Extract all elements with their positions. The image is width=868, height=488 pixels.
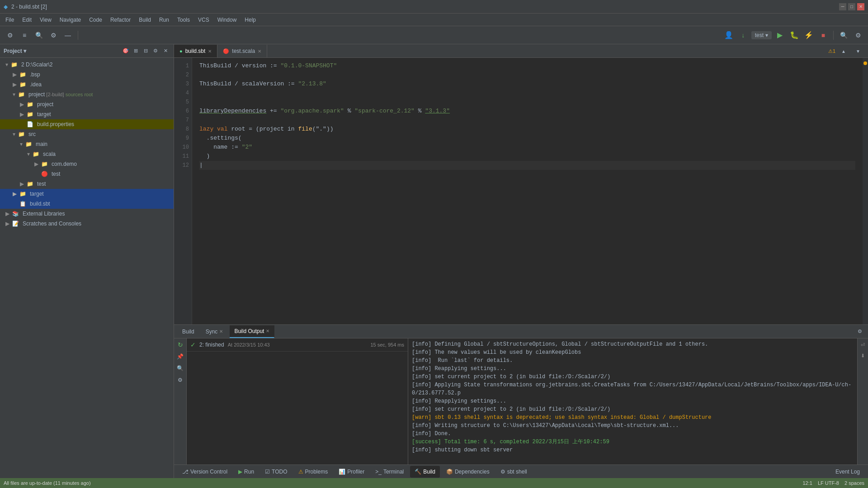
tree-item-scratches[interactable]: ▶ 📝 Scratches and Consoles bbox=[0, 219, 174, 229]
tool-tab-sbt-shell[interactable]: ⚙ sbt shell bbox=[496, 466, 532, 478]
tree-item-idea[interactable]: ▶ 📁 .idea bbox=[0, 80, 174, 89]
settings-btn[interactable]: ⚙ bbox=[176, 375, 185, 385]
tree-item-root[interactable]: ▾ 📁 2 D:\Scalar\2 bbox=[0, 60, 174, 70]
maximize-button[interactable]: □ bbox=[848, 3, 855, 10]
folder-icon: 📁 bbox=[18, 91, 25, 98]
settings-btn[interactable]: ⚙ bbox=[47, 29, 60, 42]
soft-wrap-btn[interactable]: ⏎ bbox=[859, 340, 868, 349]
sync-settings-btn[interactable]: ≡ bbox=[18, 29, 31, 42]
tool-tab-version-control[interactable]: ⎇ Version Control bbox=[178, 466, 232, 478]
tool-tab-build[interactable]: 🔨 Build bbox=[410, 466, 440, 478]
vcs-update-btn[interactable]: ↓ bbox=[737, 29, 750, 42]
settings-btn2[interactable]: ⚙ bbox=[852, 29, 864, 42]
tree-item-com-demo[interactable]: ▶ 📁 com.demo bbox=[0, 159, 174, 169]
close-button[interactable]: ✕ bbox=[857, 3, 864, 10]
user-btn[interactable]: 👤 bbox=[722, 29, 735, 42]
tool-tab-run[interactable]: ▶ Run bbox=[234, 466, 259, 478]
tree-item-project-target[interactable]: ▶ 📁 target bbox=[0, 109, 174, 119]
tree-item-label: test bbox=[37, 181, 46, 187]
bottom-panel-content: ↻ 📌 🔍 ⚙ ✓ 2: finished At 2022/3/15 10:43… bbox=[174, 338, 868, 465]
menu-run[interactable]: Run bbox=[156, 15, 173, 25]
tab-build-output-panel[interactable]: Build Output ✕ bbox=[230, 325, 274, 338]
hide-panels-btn[interactable]: — bbox=[61, 29, 74, 42]
debug-button[interactable]: 🐛 bbox=[788, 29, 801, 42]
tree-item-target[interactable]: ▶ 📁 target bbox=[0, 189, 174, 199]
tool-tab-todo[interactable]: ☑ TODO bbox=[260, 466, 292, 478]
tool-tab-dependencies[interactable]: 📦 Dependencies bbox=[442, 466, 494, 478]
scroll-down-btn[interactable]: ▼ bbox=[852, 45, 864, 57]
tab-close-test-scala[interactable]: ✕ bbox=[258, 49, 261, 54]
tab-close-build-sbt[interactable]: ✕ bbox=[208, 49, 212, 54]
menu-navigate[interactable]: Navigate bbox=[56, 15, 85, 25]
search-everywhere-btn[interactable]: 🔍 bbox=[33, 29, 45, 42]
tree-item-src[interactable]: ▾ 📁 src bbox=[0, 129, 174, 139]
tree-item-bsp[interactable]: ▶ 📁 .bsp bbox=[0, 70, 174, 80]
tree-item-build-sbt[interactable]: ▶ 📋 build.sbt bbox=[0, 199, 174, 209]
expand-icon: ▶ bbox=[20, 111, 24, 117]
tree-item-scala[interactable]: ▾ 📁 scala bbox=[0, 149, 174, 159]
tree-item-main[interactable]: ▾ 📁 main bbox=[0, 139, 174, 149]
menu-edit[interactable]: Edit bbox=[19, 15, 35, 25]
tool-tab-event-log[interactable]: Event Log bbox=[831, 466, 864, 478]
filter-btn[interactable]: 🔍 bbox=[176, 364, 185, 373]
project-structure-btn[interactable]: ⚙ bbox=[4, 29, 16, 42]
tab-test-scala[interactable]: 🔴 test.scala ✕ bbox=[217, 45, 267, 57]
status-files-info[interactable]: All files are up-to-date (11 minutes ago… bbox=[4, 480, 91, 486]
folder-icon: 📁 bbox=[18, 131, 25, 137]
sidebar-settings[interactable]: ⚙ bbox=[151, 47, 160, 56]
code-line-12[interactable]: | bbox=[199, 161, 855, 170]
sync-tab-close[interactable]: ✕ bbox=[219, 329, 223, 334]
code-content[interactable]: ThisBuild / version := "0.1.0-SNAPSHOT" … bbox=[192, 58, 863, 324]
code-editor[interactable]: 1 2 3 4 5 6 7 8 9 10 11 12 ThisBuild / v… bbox=[174, 58, 868, 324]
restart-build-btn[interactable]: ↻ bbox=[176, 340, 185, 349]
settings-build-panel[interactable]: ⚙ bbox=[855, 327, 864, 336]
toolbar-separator-2 bbox=[833, 31, 834, 40]
status-position[interactable]: 12:1 bbox=[802, 480, 812, 486]
log-line-5: [info] set current project to 2 (in buil… bbox=[412, 373, 854, 381]
tool-tab-terminal[interactable]: >_ Terminal bbox=[371, 466, 408, 478]
sidebar-expand-all[interactable]: ⊞ bbox=[131, 47, 140, 56]
tree-item-build-properties[interactable]: ▶ 📄 build.properties bbox=[0, 119, 174, 129]
tab-sync-panel[interactable]: Sync ✕ bbox=[201, 325, 228, 338]
stop-button[interactable]: ■ bbox=[817, 29, 830, 42]
menu-view[interactable]: View bbox=[36, 15, 55, 25]
menu-window[interactable]: Window bbox=[214, 15, 241, 25]
run-button[interactable]: ▶ bbox=[774, 29, 786, 42]
status-indent[interactable]: 2 spaces bbox=[844, 480, 864, 486]
scroll-up-btn[interactable]: ▲ bbox=[837, 45, 850, 57]
tree-item-project-sub[interactable]: ▶ 📁 project bbox=[0, 99, 174, 109]
scroll-end-btn[interactable]: ⬇ bbox=[859, 351, 868, 360]
menu-tools[interactable]: Tools bbox=[174, 15, 193, 25]
tool-tab-label: Version Control bbox=[190, 469, 227, 475]
tree-item-project-build[interactable]: ▾ 📁 project [2-build] sources root bbox=[0, 89, 174, 99]
search-btn[interactable]: 🔍 bbox=[837, 29, 850, 42]
menu-refactor[interactable]: Refactor bbox=[107, 15, 134, 25]
menu-file[interactable]: File bbox=[2, 15, 18, 25]
tree-item-test-file[interactable]: ▶ 🔴 test bbox=[0, 169, 174, 179]
sidebar-scroll-from-source[interactable]: 🎯 bbox=[121, 47, 130, 56]
coverage-button[interactable]: ⚡ bbox=[802, 29, 815, 42]
menu-build[interactable]: Build bbox=[135, 15, 155, 25]
sidebar-collapse-all[interactable]: ⊟ bbox=[141, 47, 150, 56]
tool-tab-problems[interactable]: ⚠ Problems bbox=[294, 466, 333, 478]
tool-tab-profiler[interactable]: 📊 Profiler bbox=[334, 466, 369, 478]
tree-item-external-libs[interactable]: ▶ 📚 External Libraries bbox=[0, 209, 174, 219]
expand-icon: ▶ bbox=[13, 191, 17, 197]
menu-help[interactable]: Help bbox=[241, 15, 259, 25]
status-encoding[interactable]: LF UTF-8 bbox=[818, 480, 839, 486]
build-output-tab-close[interactable]: ✕ bbox=[266, 328, 269, 333]
tree-item-test-folder[interactable]: ▶ 📁 test bbox=[0, 179, 174, 189]
scratch-icon: 📝 bbox=[12, 221, 19, 227]
tree-item-label: target bbox=[30, 191, 44, 197]
pin-btn[interactable]: 📌 bbox=[176, 352, 185, 361]
tree-item-label: 2 D:\Scalar\2 bbox=[21, 61, 52, 68]
tab-build-sbt[interactable]: ● build.sbt ✕ bbox=[174, 45, 217, 57]
menu-vcs[interactable]: VCS bbox=[194, 15, 213, 25]
minimize-button[interactable]: ─ bbox=[839, 3, 846, 10]
sidebar-close[interactable]: ✕ bbox=[161, 47, 170, 56]
expand-icon: ▶ bbox=[5, 221, 9, 227]
run-config-selector[interactable]: test ▾ bbox=[751, 31, 772, 39]
tab-build-panel[interactable]: Build bbox=[178, 325, 199, 338]
build-output-log[interactable]: [info] Defining Global / sbtStructureOpt… bbox=[408, 338, 857, 465]
menu-code[interactable]: Code bbox=[85, 15, 106, 25]
